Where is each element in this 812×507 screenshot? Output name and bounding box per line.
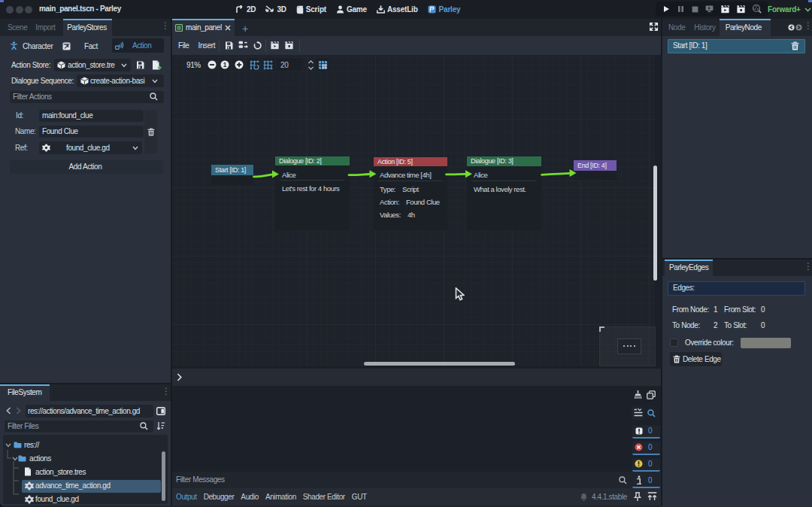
svg-text:1: 1: [223, 61, 227, 68]
